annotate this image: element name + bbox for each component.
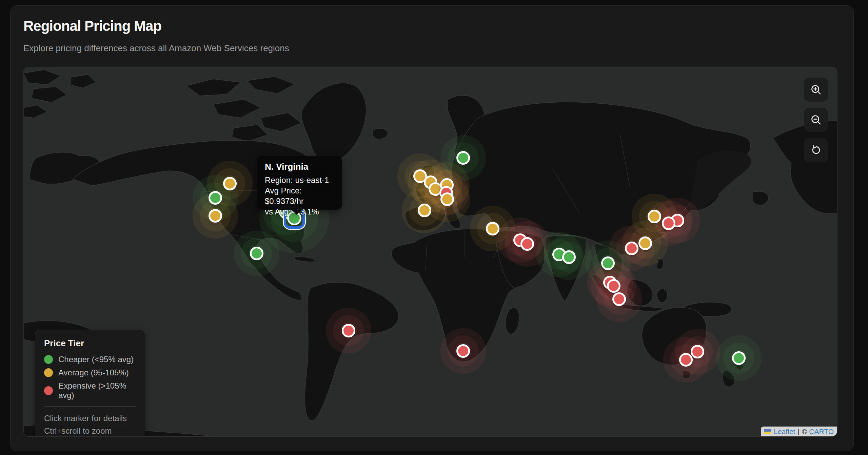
legend-item-cheaper: Cheaper (<95% avg): [44, 355, 136, 364]
legend-title: Price Tier: [44, 338, 136, 349]
tooltip-region-name: N. Virginia: [265, 162, 334, 172]
legend-item-average: Average (95-105%): [44, 368, 136, 377]
legend-items: Cheaper (<95% avg)Average (95-105%)Expen…: [44, 355, 136, 400]
zoom-in-button[interactable]: [804, 78, 828, 102]
zoom-out-button[interactable]: [804, 108, 828, 132]
world-map: [23, 67, 837, 436]
legend-hint-scroll: Ctrl+scroll to zoom: [44, 425, 136, 436]
page-title: Regional Pricing Map: [23, 18, 161, 34]
reset-view-button[interactable]: [804, 138, 828, 162]
map-attribution: Leaflet | © CARTO: [761, 427, 837, 436]
attribution-separator: |: [797, 428, 799, 436]
marker-tooltip: N. Virginia Region: us-east-1 Avg Price:…: [257, 156, 342, 210]
leaflet-link[interactable]: Leaflet: [774, 428, 795, 436]
legend-item-label: Average (95-105%): [58, 368, 129, 377]
legend-divider: [44, 406, 136, 407]
pricing-map-card: Regional Pricing Map Explore pricing dif…: [10, 5, 854, 451]
legend-item-expensive: Expensive (>105% avg): [44, 381, 136, 400]
legend-item-label: Cheaper (<95% avg): [58, 355, 134, 364]
ukraine-flag-icon: [764, 429, 771, 434]
average-dot-icon: [44, 368, 53, 377]
zoom-out-icon: [810, 114, 822, 126]
carto-link[interactable]: CARTO: [809, 428, 834, 436]
map-controls: [804, 78, 828, 162]
page-subtitle: Explore pricing differences across all A…: [23, 43, 289, 54]
legend-item-label: Expensive (>105% avg): [58, 381, 136, 400]
tooltip-avg-price: Avg Price: $0.9373/hr: [265, 185, 334, 206]
copyright-symbol: ©: [802, 428, 807, 436]
reset-icon: [810, 144, 822, 156]
tooltip-region-code: Region: us-east-1: [265, 175, 334, 185]
cheaper-dot-icon: [44, 355, 53, 364]
legend-hint-click: Click marker for details: [44, 412, 136, 425]
price-tier-legend: Price Tier Cheaper (<95% avg)Average (95…: [35, 330, 145, 436]
map-container[interactable]: N. Virginia Region: us-east-1 Avg Price:…: [23, 67, 837, 436]
expensive-dot-icon: [44, 386, 53, 395]
tooltip-arrow: [291, 209, 302, 215]
zoom-in-icon: [810, 84, 822, 96]
